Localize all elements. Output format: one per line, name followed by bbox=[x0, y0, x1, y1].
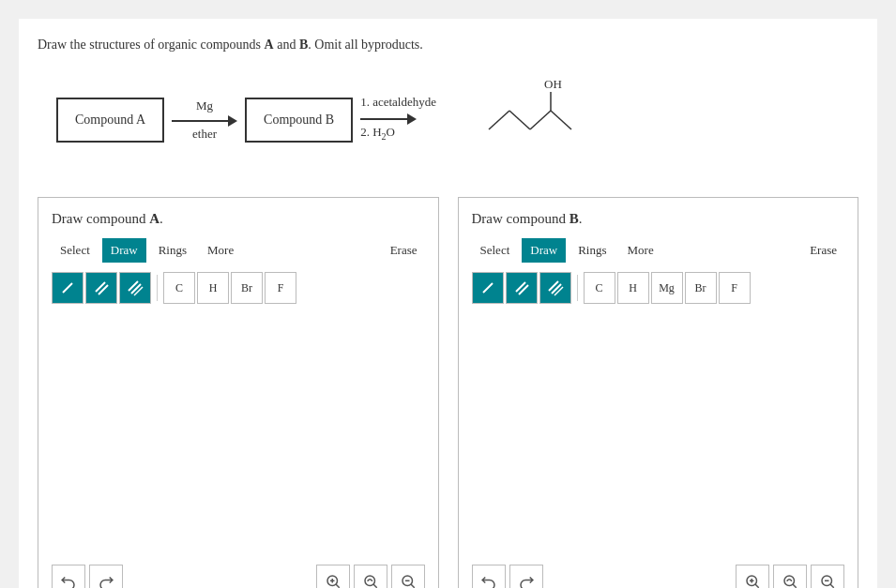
mg-label: Mg bbox=[196, 98, 213, 113]
panel-b-magnesium-btn[interactable]: Mg bbox=[651, 272, 683, 304]
panel-b-undo-redo bbox=[472, 565, 543, 588]
panel-a: Draw compound A. Select Draw Rings More … bbox=[38, 197, 439, 588]
panel-a-drawing-tools: C H Br F bbox=[52, 272, 425, 304]
svg-line-30 bbox=[755, 584, 759, 588]
svg-point-31 bbox=[784, 576, 795, 586]
panel-b-bromine-btn[interactable]: Br bbox=[685, 272, 717, 304]
svg-line-5 bbox=[551, 111, 571, 129]
panel-b-title: Draw compound B. bbox=[472, 211, 845, 227]
panel-a-zoom-reset-btn[interactable] bbox=[354, 565, 387, 588]
draw-panels: Draw compound A. Select Draw Rings More … bbox=[38, 197, 858, 588]
compound-b-label: Compound B bbox=[264, 113, 334, 128]
panel-a-carbon-btn[interactable]: C bbox=[163, 272, 195, 304]
panel-a-undo-redo bbox=[52, 565, 123, 588]
panel-b-hydrogen-btn[interactable]: H bbox=[617, 272, 649, 304]
svg-line-17 bbox=[373, 584, 377, 588]
panel-b-separator bbox=[577, 275, 578, 301]
panel-b: Draw compound B. Select Draw Rings More … bbox=[458, 197, 859, 588]
compound-a-label: Compound A bbox=[75, 113, 145, 128]
svg-text:OH: OH bbox=[544, 77, 562, 91]
svg-line-3 bbox=[509, 111, 530, 129]
reaction-arrow-mg: Mg ether bbox=[172, 98, 237, 142]
panel-b-carbon-btn[interactable]: C bbox=[584, 272, 615, 304]
svg-point-16 bbox=[365, 576, 375, 586]
product-molecule: OH bbox=[446, 71, 596, 169]
step2-label: 2. H2O bbox=[360, 125, 436, 142]
panel-b-zoom-reset-btn[interactable] bbox=[773, 565, 807, 588]
panel-b-canvas[interactable] bbox=[472, 313, 845, 557]
panel-a-zoom-out-btn[interactable] bbox=[391, 565, 425, 588]
panel-b-double-bond[interactable] bbox=[506, 272, 538, 304]
panel-b-bottom-toolbar bbox=[472, 565, 845, 588]
panel-b-fluorine-btn[interactable]: F bbox=[719, 272, 751, 304]
panel-a-fluorine-btn[interactable]: F bbox=[265, 272, 296, 304]
ether-label: ether bbox=[192, 127, 217, 142]
panel-a-redo-btn[interactable] bbox=[89, 565, 123, 588]
step1-label: 1. acetaldehyde bbox=[360, 95, 436, 110]
compound-b-box: Compound B bbox=[245, 98, 353, 143]
panel-a-hydrogen-btn[interactable]: H bbox=[197, 272, 229, 304]
panel-b-more-tab[interactable]: More bbox=[619, 238, 662, 263]
panel-a-rings-tab[interactable]: Rings bbox=[150, 238, 195, 263]
svg-line-4 bbox=[489, 111, 509, 129]
panel-a-zoom-controls bbox=[316, 565, 425, 588]
panel-a-draw-tab[interactable]: Draw bbox=[102, 238, 146, 263]
svg-line-6 bbox=[63, 283, 72, 293]
panel-a-separator bbox=[157, 275, 158, 301]
panel-b-zoom-out-btn[interactable] bbox=[811, 565, 844, 588]
svg-line-20 bbox=[411, 584, 415, 588]
panel-b-rings-tab[interactable]: Rings bbox=[569, 238, 615, 263]
reaction-diagram: Compound A Mg ether Compound B 1. acetal… bbox=[38, 71, 858, 169]
panel-a-bromine-btn[interactable]: Br bbox=[231, 272, 263, 304]
svg-line-15 bbox=[336, 584, 340, 588]
product-section: 1. acetaldehyde 2. H2O bbox=[360, 95, 436, 145]
panel-b-drawing-tools: C H Mg Br F bbox=[472, 272, 845, 304]
panel-a-erase-btn[interactable]: Erase bbox=[383, 239, 425, 262]
panel-a-triple-bond[interactable] bbox=[119, 272, 151, 304]
panel-b-single-bond[interactable] bbox=[472, 272, 504, 304]
svg-line-32 bbox=[793, 584, 797, 588]
panel-a-select-tab[interactable]: Select bbox=[52, 238, 99, 263]
compound-a-box: Compound A bbox=[56, 98, 164, 143]
panel-b-erase-btn[interactable]: Erase bbox=[802, 239, 844, 262]
panel-b-undo-btn[interactable] bbox=[472, 565, 506, 588]
panel-b-zoom-controls bbox=[736, 565, 844, 588]
panel-b-zoom-in-btn[interactable] bbox=[736, 565, 769, 588]
panel-a-zoom-in-btn[interactable] bbox=[316, 565, 350, 588]
panel-a-double-bond[interactable] bbox=[85, 272, 117, 304]
panel-a-undo-btn[interactable] bbox=[52, 565, 85, 588]
instruction-text: Draw the structures of organic compounds… bbox=[38, 38, 858, 53]
panel-b-triple-bond[interactable] bbox=[539, 272, 571, 304]
panel-b-toolbar: Select Draw Rings More Erase bbox=[472, 238, 845, 263]
svg-line-21 bbox=[483, 283, 493, 293]
panel-b-select-tab[interactable]: Select bbox=[472, 238, 519, 263]
panel-a-toolbar: Select Draw Rings More Erase bbox=[52, 238, 425, 263]
panel-a-canvas[interactable] bbox=[52, 313, 425, 557]
svg-line-2 bbox=[530, 111, 551, 129]
panel-a-title: Draw compound A. bbox=[52, 211, 425, 227]
panel-b-redo-btn[interactable] bbox=[509, 565, 543, 588]
svg-line-35 bbox=[830, 584, 834, 588]
panel-b-draw-tab[interactable]: Draw bbox=[522, 238, 566, 263]
panel-a-more-tab[interactable]: More bbox=[199, 238, 242, 263]
panel-a-single-bond[interactable] bbox=[52, 272, 84, 304]
panel-a-bottom-toolbar bbox=[52, 565, 425, 588]
